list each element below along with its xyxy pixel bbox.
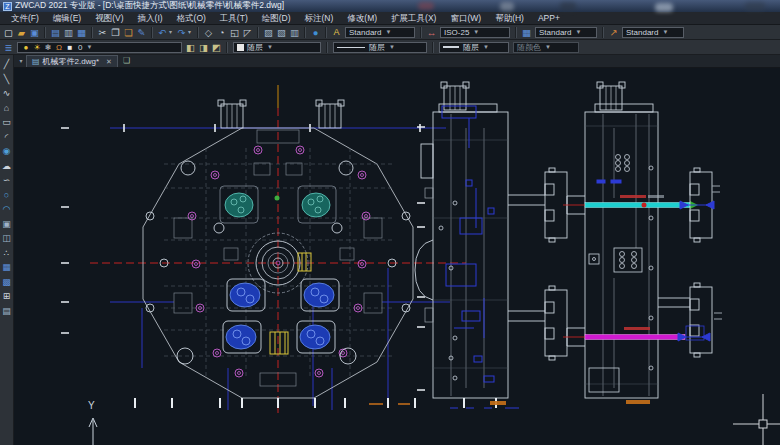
chevron-down-icon[interactable]: ▼ — [575, 29, 581, 35]
text-style-icon[interactable]: A — [330, 26, 343, 39]
menu-item[interactable]: 窗口(W) — [443, 12, 488, 25]
table-style-icon[interactable]: ▦ — [520, 26, 533, 39]
dim-text-blur — [624, 327, 650, 330]
menu-item[interactable]: 帮助(H) — [488, 12, 531, 25]
ellipse-icon[interactable]: ○ — [0, 188, 13, 203]
mleader-style-icon[interactable]: ↗ — [607, 26, 620, 39]
dropdown-arrow-icon[interactable]: ▾ — [188, 26, 194, 39]
svg-text:Y: Y — [88, 400, 95, 411]
table-icon[interactable]: ⊞ — [0, 289, 13, 304]
chevron-down-icon[interactable]: ▼ — [389, 44, 395, 50]
chevron-down-icon[interactable]: ▼ — [662, 29, 668, 35]
insert-block-icon[interactable]: ▣ — [0, 217, 13, 232]
titlebar-artifact — [655, 3, 673, 12]
layer-states-icon[interactable]: ◩ — [210, 41, 223, 54]
menu-item[interactable]: 工具(T) — [213, 12, 255, 25]
menu-item[interactable]: 修改(M) — [340, 12, 384, 25]
menu-item[interactable]: 扩展工具(X) — [384, 12, 443, 25]
make-block-icon[interactable]: ◫ — [0, 231, 13, 246]
menu-item[interactable]: 文件(F) — [4, 12, 46, 25]
menu-item[interactable]: 视图(V) — [88, 12, 130, 25]
image-icon[interactable]: ▤ — [0, 304, 13, 319]
rectangle-icon[interactable]: ▭ — [0, 115, 13, 130]
tab-label: 机械零件2.dwg* — [43, 56, 99, 67]
lineweight-sample — [443, 46, 459, 48]
layer-on-bulb-icon[interactable]: ● — [21, 41, 31, 54]
redo-icon[interactable]: ↷ — [175, 26, 188, 39]
zoom-realtime-icon[interactable]: ◔ — [215, 26, 228, 39]
publish-icon[interactable]: ▦ — [75, 26, 88, 39]
toolbar-separator — [325, 27, 327, 38]
chevron-down-icon[interactable]: ▼ — [545, 44, 551, 50]
toolbar-separator — [602, 27, 604, 38]
color-combo[interactable]: 随层 ▼ — [233, 42, 321, 53]
open-folder-icon[interactable]: ▰ — [15, 26, 28, 39]
mleader-style-combo[interactable]: Standard ▼ — [622, 27, 684, 38]
section-label-blur — [490, 401, 506, 405]
drawing-canvas[interactable]: Y — [14, 68, 780, 445]
polyline-icon[interactable]: ∿ — [0, 86, 13, 101]
paste-icon[interactable]: ❏ — [122, 26, 135, 39]
menu-item[interactable]: APP+ — [531, 12, 567, 25]
new-file-icon[interactable]: ▢ — [2, 26, 15, 39]
new-tab-button[interactable]: ❏ — [123, 55, 130, 67]
layer-combo[interactable]: ●☀❄Ω■ 0 ▼ — [17, 42, 182, 53]
spline-icon[interactable]: ∽ — [0, 173, 13, 188]
hatch-icon[interactable]: ▦ — [0, 260, 13, 275]
layer-unlock-icon[interactable]: Ω — [54, 41, 64, 54]
chevron-down-icon[interactable]: ▼ — [86, 44, 92, 50]
layer-properties-icon[interactable]: ▨ — [262, 26, 275, 39]
properties-palette-icon[interactable]: ▥ — [288, 26, 301, 39]
menu-item[interactable]: 编辑(E) — [46, 12, 88, 25]
render-icon[interactable]: ● — [309, 26, 322, 39]
line-icon[interactable]: ╱ — [0, 57, 13, 72]
layer-manager-icon[interactable]: ▧ — [275, 26, 288, 39]
pan-icon[interactable]: ◇ — [202, 26, 215, 39]
match-properties-icon[interactable]: ✎ — [135, 26, 148, 39]
menu-item[interactable]: 绘图(D) — [255, 12, 298, 25]
save-icon[interactable]: ▣ — [28, 26, 41, 39]
ellipse-arc-icon[interactable]: ◠ — [0, 202, 13, 217]
menu-item[interactable]: 格式(O) — [170, 12, 213, 25]
crosshair-cursor — [733, 394, 780, 445]
lineweight-combo[interactable]: 随层 ▼ — [439, 42, 509, 53]
dim-style-icon[interactable]: ↔ — [425, 26, 438, 39]
print-preview-icon[interactable]: ▥ — [62, 26, 75, 39]
construction-line-icon[interactable]: ╲ — [0, 72, 13, 87]
text-style-combo[interactable]: Standard ▼ — [345, 27, 415, 38]
plot-icon[interactable]: ▤ — [49, 26, 62, 39]
layer-previous-icon[interactable]: ◨ — [197, 41, 210, 54]
layer-color-swatch-icon[interactable]: ■ — [65, 41, 75, 54]
circle-icon[interactable]: ◉ — [0, 144, 13, 159]
gradient-icon[interactable]: ▩ — [0, 275, 13, 290]
table-style-combo[interactable]: Standard ▼ — [535, 27, 597, 38]
cut-icon[interactable]: ✂ — [96, 26, 109, 39]
undo-icon[interactable]: ↶ — [156, 26, 169, 39]
revision-cloud-icon[interactable]: ☁ — [0, 159, 13, 174]
menu-item[interactable]: 插入(I) — [131, 12, 170, 25]
chevron-down-icon[interactable]: ▼ — [473, 29, 479, 35]
layer-properties-manager-icon[interactable]: ≣ — [2, 41, 15, 54]
chevron-down-icon[interactable]: ▼ — [483, 44, 489, 50]
point-icon[interactable]: ∴ — [0, 246, 13, 261]
layer-freeze-icon[interactable]: ❄ — [43, 41, 53, 54]
table-style-value: Standard — [539, 28, 571, 37]
layer-thaw-sun-icon[interactable]: ☀ — [32, 41, 42, 54]
chevron-down-icon[interactable]: ▼ — [385, 29, 391, 35]
tab-close-icon[interactable]: ✕ — [106, 58, 112, 66]
menu-item[interactable]: 标注(N) — [298, 12, 341, 25]
linetype-combo[interactable]: 随层 ▼ — [333, 42, 427, 53]
zoom-previous-icon[interactable]: ◸ — [241, 26, 254, 39]
chevron-down-icon[interactable]: ▼ — [267, 44, 273, 50]
copy-icon[interactable]: ❐ — [109, 26, 122, 39]
plot-style-combo[interactable]: 随颜色 ▼ — [513, 42, 579, 53]
titlebar-artifact — [500, 2, 514, 11]
polygon-icon[interactable]: ⌂ — [0, 101, 13, 116]
arc-icon[interactable]: ◜ — [0, 130, 13, 145]
tab-active-drawing[interactable]: ▤ 机械零件2.dwg* ✕ — [26, 55, 118, 67]
dim-style-combo[interactable]: ISO-25 ▼ — [440, 27, 510, 38]
make-object-layer-current-icon[interactable]: ◧ — [184, 41, 197, 54]
tab-overflow-icon[interactable]: ▾ — [16, 55, 26, 67]
toolbar-separator — [420, 27, 422, 38]
zoom-window-icon[interactable]: ◱ — [228, 26, 241, 39]
